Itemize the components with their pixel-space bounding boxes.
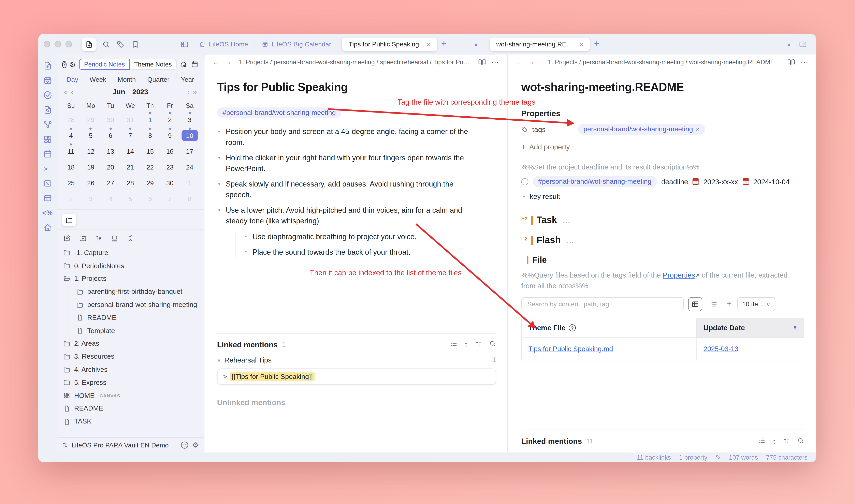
tree-item-file[interactable]: Template [74,324,201,337]
file-search-icon[interactable] [43,105,52,114]
prev-year-icon[interactable]: « [62,88,70,96]
view-week[interactable]: Week [90,76,106,84]
next-year-icon[interactable]: » [191,88,198,96]
calendar-day[interactable]: 8 [180,189,199,205]
search-icon[interactable] [489,340,496,348]
add-column-icon[interactable]: + [725,299,733,310]
view-month[interactable]: Month [118,76,136,84]
calendar-day[interactable]: 20 [101,158,121,173]
mention-link[interactable]: [[Tips for Public Speaking]] [230,372,315,381]
calendar-day[interactable]: 26 [81,173,101,189]
properties-link[interactable]: Properties [663,271,695,279]
more-options-icon[interactable]: ⋯ [488,58,502,67]
calendar-day[interactable]: 13 [101,142,121,158]
sort-arrows-icon[interactable]: ▲▼ [793,325,797,331]
gear-icon[interactable]: ⚙ [192,441,198,449]
calendar-day[interactable]: 11 [61,142,81,158]
calendar-day[interactable]: 30 [160,173,180,189]
property-count[interactable]: 1 property [679,454,707,461]
mention-card[interactable]: > [[Tips for Public Speaking]] [217,368,496,385]
minimize-window-icon[interactable] [55,41,61,48]
tree-item-folder[interactable]: 0. PeriodicNotes [61,259,200,272]
new-note-button[interactable] [82,37,96,51]
column-header-update-date[interactable]: Update Date▲▼ [697,318,804,338]
terminal-icon[interactable]: >_ [44,164,51,173]
calendar-day[interactable]: 29 [81,110,101,126]
calendar-day[interactable]: 5 [121,189,140,205]
calendar-day[interactable]: 19 [81,158,101,173]
breadcrumb[interactable]: 1. Projects / personal-brand-wot-sharing… [538,59,785,65]
calendar-day[interactable]: 5 [81,126,101,142]
calendar-day-selected[interactable]: 10 [180,126,199,142]
unlinked-mentions-title[interactable]: Unlinked mentions [217,398,496,407]
view-quarter[interactable]: Quarter [147,76,170,84]
back-icon[interactable]: ← [210,58,222,66]
calendar-day[interactable]: 23 [160,158,180,173]
forward-icon[interactable]: → [222,58,234,66]
tab-wot-sharing-meeting-readme[interactable]: wot-sharing-meeting.RE...× [489,37,590,51]
prev-month-icon[interactable]: ‹ [69,88,75,96]
update-date-link[interactable]: 2025-03-13 [703,345,738,353]
calendar-day[interactable]: 3 [81,189,101,205]
calendar-day[interactable]: 30 [101,110,121,126]
calendar-day[interactable]: 18 [61,158,81,173]
tab-list-chevron-icon[interactable]: ∨ [783,40,795,48]
calendar-day[interactable]: 14 [121,142,140,158]
tag-pill[interactable]: #personal-brand/wot-sharing-meeting [217,107,341,119]
sort-icon[interactable] [475,340,482,348]
home-icon[interactable] [43,223,52,232]
tree-item-folder[interactable]: 3. Resources [61,350,200,363]
search-icon[interactable] [797,437,804,445]
calendar-day[interactable]: 7 [121,126,140,142]
calendar-day[interactable]: 1 [180,173,199,189]
back-icon[interactable]: ← [513,58,525,66]
calendar-day[interactable]: 3 [180,110,199,126]
calendar-day[interactable]: 24 [180,158,199,173]
calendar-icon[interactable] [43,149,52,159]
new-note-icon[interactable] [63,234,71,242]
list-view-icon[interactable] [450,340,457,348]
tree-item-folder[interactable]: personal-brand-wot-sharing-meeting [74,298,201,311]
mention-group[interactable]: ∨ Rehearsal Tips 1 [217,356,496,364]
calendar-day[interactable]: 6 [140,189,160,205]
list-view-icon[interactable] [758,437,765,445]
items-per-page-dropdown[interactable]: 10 ite...∨ [737,297,775,311]
property-key[interactable]: tags [521,125,578,133]
vault-switcher[interactable]: ⇅ LifeOS Pro PARA Vault EN Demo ? ⚙ [57,437,204,452]
tag-pill[interactable]: #personal-brand/wot-sharing-meeting [533,176,657,187]
tree-item-folder[interactable]: 2. Areas [61,337,200,350]
calendar-day[interactable]: 21 [121,158,140,173]
tasks-check-icon[interactable] [43,90,52,100]
close-tab-icon[interactable]: × [427,40,431,48]
collapse-panel-icon[interactable] [111,234,119,242]
calendar-day[interactable]: 29 [140,173,160,189]
close-window-icon[interactable] [43,41,50,48]
calendar-day[interactable]: 4 [61,126,81,142]
table-layout-icon[interactable] [43,194,52,203]
calendar-day[interactable]: 9 [160,126,180,142]
folder-tab-button[interactable] [62,214,76,226]
more-options-icon[interactable]: ⋯ [798,58,811,67]
sort-icon[interactable] [783,437,790,445]
collapse-all-icon[interactable] [127,234,134,242]
templater-icon[interactable]: <% [42,208,53,218]
help-icon[interactable]: ? [62,61,66,68]
calendar-day[interactable]: 31 [121,110,140,126]
tree-item-folder[interactable]: parenting-first-birthday-banquet [74,285,201,298]
expand-results-icon[interactable]: ↕ [464,340,468,348]
gear-icon[interactable]: ⚙ [70,60,76,68]
home-icon[interactable] [180,60,188,68]
tags-button[interactable] [117,40,125,48]
graph-icon[interactable] [43,120,52,129]
task-checkbox[interactable] [521,178,528,185]
bookmark-button[interactable] [131,40,140,48]
help-icon[interactable]: ? [181,442,189,449]
calendar-day[interactable]: 7 [160,189,180,205]
theme-file-link[interactable]: Tips for Public Speaking.md [528,345,613,353]
tab-list-chevron-icon[interactable]: ∨ [470,40,482,48]
sort-icon[interactable] [95,234,103,242]
tree-item-file[interactable]: README [74,311,201,324]
table-view-button[interactable] [688,297,702,311]
column-header-theme-file[interactable]: Theme File? [522,318,697,338]
calendar-day[interactable]: 1 [140,110,160,126]
